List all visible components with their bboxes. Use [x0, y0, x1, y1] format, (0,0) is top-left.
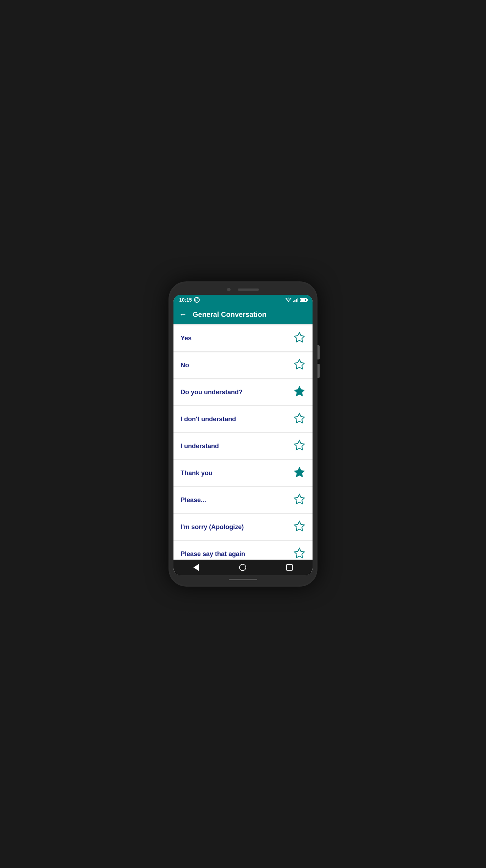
list-item[interactable]: Please... [173, 487, 313, 513]
list-item[interactable]: I don't understand [173, 406, 313, 432]
status-time: 10:15 [179, 297, 192, 303]
list-item[interactable]: Please say that again [173, 541, 313, 560]
star-button[interactable] [293, 439, 305, 453]
star-button[interactable] [293, 493, 305, 507]
svg-marker-3 [294, 359, 304, 369]
volume-up-button[interactable] [317, 345, 320, 359]
list-item[interactable]: I understand [173, 433, 313, 459]
svg-marker-10 [294, 548, 304, 558]
list-item[interactable]: Yes [173, 325, 313, 351]
battery-icon [300, 298, 307, 302]
star-button[interactable] [293, 520, 305, 534]
status-bar: 10:15 [173, 295, 313, 305]
item-label: Yes [181, 335, 192, 342]
phone-speaker [238, 289, 259, 291]
star-button[interactable] [293, 547, 305, 560]
item-label: Please... [181, 496, 206, 504]
svg-marker-2 [294, 333, 304, 342]
status-left: 10:15 [179, 297, 200, 303]
home-nav-button[interactable] [239, 564, 246, 571]
wifi-icon [285, 297, 292, 302]
item-label: I'm sorry (Apologize) [181, 523, 244, 531]
phone-screen: 10:15 [173, 295, 313, 575]
svg-marker-4 [294, 386, 304, 396]
home-indicator [229, 579, 257, 580]
app-header: ← General Conversation [173, 305, 313, 324]
status-right [285, 297, 307, 302]
recent-nav-button[interactable] [286, 564, 293, 571]
item-label: I don't understand [181, 416, 236, 423]
item-label: I understand [181, 443, 219, 450]
svg-marker-7 [294, 467, 304, 477]
svg-marker-5 [294, 413, 304, 423]
svg-marker-8 [294, 494, 304, 504]
svg-marker-0 [195, 299, 196, 300]
page-title: General Conversation [193, 311, 266, 319]
back-button[interactable]: ← [179, 310, 187, 319]
star-button[interactable] [293, 331, 305, 345]
svg-point-1 [288, 301, 289, 302]
signal-icon [293, 297, 298, 302]
list-item[interactable]: Do you understand? [173, 379, 313, 405]
star-button[interactable] [293, 466, 305, 480]
volume-down-button[interactable] [317, 364, 320, 378]
list-item[interactable]: I'm sorry (Apologize) [173, 514, 313, 540]
nav-bar [173, 560, 313, 575]
star-button[interactable] [293, 385, 305, 399]
item-label: Please say that again [181, 550, 245, 558]
star-button[interactable] [293, 412, 305, 426]
item-label: No [181, 362, 189, 369]
phone-device: 10:15 [169, 281, 317, 587]
battery-fill [301, 299, 305, 301]
star-button[interactable] [293, 358, 305, 372]
phone-top-bar [173, 288, 313, 295]
item-label: Do you understand? [181, 389, 243, 396]
phone-bottom-bar [173, 575, 313, 580]
svg-marker-9 [294, 521, 304, 531]
list-item[interactable]: Thank you [173, 460, 313, 486]
list-item[interactable]: No [173, 352, 313, 378]
sync-icon [194, 297, 200, 303]
back-nav-button[interactable] [193, 564, 199, 571]
front-camera [227, 288, 231, 291]
side-buttons [317, 345, 320, 378]
item-label: Thank you [181, 469, 212, 477]
conversation-list: Yes No Do you understand? I don't unders… [173, 324, 313, 560]
svg-marker-6 [294, 440, 304, 450]
